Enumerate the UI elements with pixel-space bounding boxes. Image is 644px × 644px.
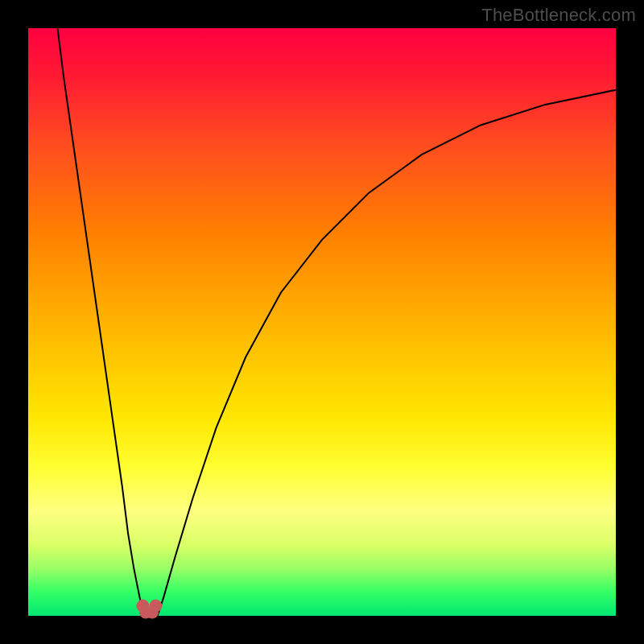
chart-frame: TheBottleneck.com [0,0,644,644]
left-curve [58,28,145,616]
marker-dot [150,600,162,612]
plot-area [28,28,616,616]
chart-svg [28,28,616,616]
watermark-text: TheBottleneck.com [481,5,636,26]
right-curve [158,90,616,616]
